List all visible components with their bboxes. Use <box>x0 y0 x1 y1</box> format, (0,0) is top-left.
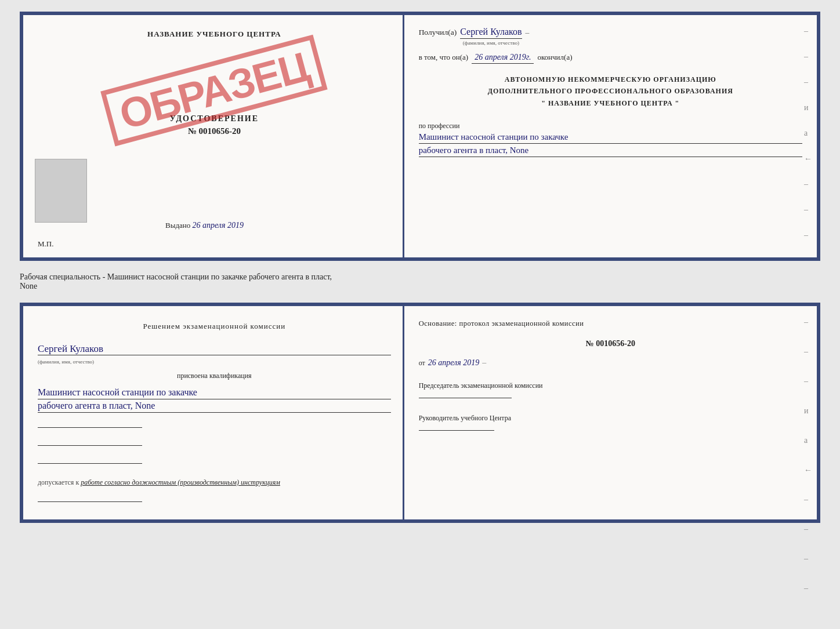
cert-right-edge-dashes: – – – и а ← – – – <box>804 27 812 240</box>
cert-sig-line2 <box>38 445 142 446</box>
cert-sig-line3 <box>38 463 142 464</box>
cert-qual-line1: Машинист насосной станции по закачке <box>38 387 391 399</box>
cert-fio-sublabel: (фамилия, имя, отчество) <box>38 359 94 365</box>
cert-osnova-label: Основание: протокол экзаменационной коми… <box>419 318 802 329</box>
cert-school-name-top: НАЗВАНИЕ УЧЕБНОГО ЦЕНТРА <box>38 30 391 39</box>
cert-rukovod-label: Руководитель учебного Центра <box>419 413 802 423</box>
cert-qual-block: Машинист насосной станции по закачке раб… <box>38 386 391 413</box>
cert-dopuskaetsya-block: допускается к работе согласно должностны… <box>38 478 391 487</box>
cert-fio-block: Сергей Кулаков (фамилия, имя, отчество) <box>38 343 391 366</box>
cert-mp-label: М.П. <box>38 239 53 249</box>
cert-vtom-date: 26 апреля 2019г. <box>472 53 534 64</box>
cert-udostoverenie-label: УДОСТОВЕРЕНИЕ <box>170 114 259 123</box>
cert-center-org-block: АВТОНОМНУЮ НЕКОММЕРЧЕСКУЮ ОРГАНИЗАЦИЮ ДО… <box>419 74 802 109</box>
middle-text-block: Рабочая специальность - Машинист насосно… <box>20 270 820 294</box>
cert-stamp-area: ОБРАЗЕЦ УДОСТОВЕРЕНИЕ № 0010656-20 <box>38 56 391 220</box>
certificate-top-spread: НАЗВАНИЕ УЧЕБНОГО ЦЕНТРА ОБРАЗЕЦ УДОСТОВ… <box>20 12 820 261</box>
cert-resheniem-label: Решением экзаменационной комиссии <box>38 321 391 333</box>
cert-chair-sig-line <box>419 398 512 398</box>
middle-text-line2: None <box>20 282 37 290</box>
cert-prisvoena-label: присвоена квалификация <box>38 372 391 380</box>
middle-text-line1: Рабочая специальность - Машинист насосно… <box>20 272 332 281</box>
cert-prot-date-row: от 26 апреля 2019 – <box>419 358 802 368</box>
cert-dopuskaetsya-value: работе согласно должностным (производств… <box>81 478 280 486</box>
certificate-bottom-spread: Решением экзаменационной комиссии Сергей… <box>20 303 820 523</box>
cert-fio-name: Сергей Кулаков <box>38 343 391 355</box>
cert-bottom-right-edge-dashes: – – – и а ← – – – – <box>804 318 812 593</box>
cert-poluchil-sublabel: (фамилия, имя, отчество) <box>463 40 519 46</box>
cert-top-right-panel: Получил(а) Сергей Кулаков (фамилия, имя,… <box>404 15 817 257</box>
cert-poluchil-label: Получил(а) <box>419 28 457 37</box>
cert-qual-line2: рабочего агента в пласт, None <box>38 401 391 413</box>
cert-sig-line1 <box>38 427 142 428</box>
cert-profession-label: по профессии <box>419 122 802 130</box>
cert-dash-poluchil: – <box>526 28 530 37</box>
cert-profession-block: по профессии Машинист насосной станции п… <box>419 119 802 157</box>
cert-predsedatel-label: Председатель экзаменационной комиссии <box>419 380 802 391</box>
cert-ot-label: от <box>419 359 425 368</box>
cert-okonchil-label: окончил(а) <box>537 53 572 62</box>
cert-center-line3: " НАЗВАНИЕ УЧЕБНОГО ЦЕНТРА " <box>419 97 802 109</box>
cert-poluchil-name: Сергей Кулаков <box>460 27 522 39</box>
cert-profession-line2: рабочего агента в пласт, None <box>419 146 802 157</box>
cert-prot-date-val: 26 апреля 2019 <box>428 358 479 368</box>
cert-rukovod-sig-line <box>419 430 494 431</box>
cert-center-line1: АВТОНОМНУЮ НЕКОММЕРЧЕСКУЮ ОРГАНИЗАЦИЮ <box>419 74 802 85</box>
cert-prot-number: № 0010656-20 <box>419 339 802 348</box>
cert-rukovod-block: Руководитель учебного Центра <box>419 413 802 432</box>
cert-bottom-right-panel: Основание: протокол экзаменационной коми… <box>404 306 817 519</box>
cert-photo-placeholder <box>35 159 87 223</box>
cert-number: № 0010656-20 <box>170 126 259 136</box>
cert-prot-dash: – <box>482 358 486 368</box>
cert-predsedatel-block: Председатель экзаменационной комиссии <box>419 380 802 400</box>
cert-center-line2: ДОПОЛНИТЕЛЬНОГО ПРОФЕССИОНАЛЬНОГО ОБРАЗО… <box>419 85 802 97</box>
cert-profession-line1: Машинист насосной станции по закачке <box>419 132 802 144</box>
cert-dopuskaetsya-label: допускается к <box>38 478 79 486</box>
cert-sig-line4 <box>38 501 142 502</box>
cert-vydano-date: 26 апреля 2019 <box>193 221 244 230</box>
cert-vtom-row: в том, что он(а) 26 апреля 2019г. окончи… <box>419 53 802 64</box>
cert-bottom-left-panel: Решением экзаменационной комиссии Сергей… <box>23 306 404 519</box>
cert-top-left-panel: НАЗВАНИЕ УЧЕБНОГО ЦЕНТРА ОБРАЗЕЦ УДОСТОВ… <box>23 15 404 257</box>
cert-poluchil-row: Получил(а) Сергей Кулаков (фамилия, имя,… <box>419 27 802 46</box>
cert-vtom-label: в том, что он(а) <box>419 53 469 62</box>
